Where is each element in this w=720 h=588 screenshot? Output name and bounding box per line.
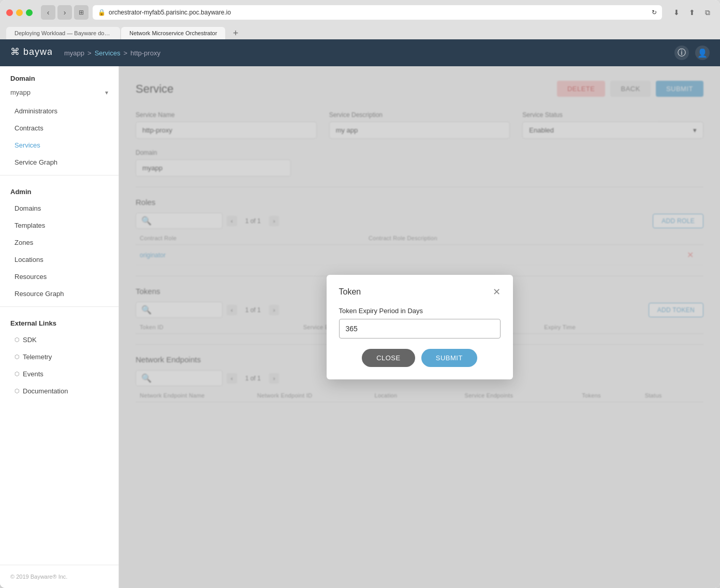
browser-action-icons: ⬇ ⬆ ⧉: [670, 6, 714, 19]
sidebar-label-domains: Domains: [14, 204, 41, 212]
share-icon[interactable]: ⬆: [686, 6, 698, 19]
logo-svg: ⌘ bayware: [10, 46, 52, 57]
sidebar-item-services[interactable]: Services: [0, 137, 119, 154]
token-expiry-input[interactable]: [339, 319, 501, 339]
external-link-icon-events: ⬡: [14, 371, 20, 377]
admin-section-header: Admin: [0, 180, 119, 200]
browser-chrome: ‹ › ⊞ 🔒 orchestrator-myfab5.parisinc.poc…: [0, 0, 720, 39]
token-modal: Token ✕ Token Expiry Period in Days CLOS…: [327, 275, 513, 379]
url-text: orchestrator-myfab5.parisinc.poc.bayware…: [109, 9, 231, 16]
sidebar-label-documentation: Documentation: [23, 387, 68, 395]
sidebar-item-events[interactable]: ⬡ Events: [0, 365, 119, 383]
modal-close-icon[interactable]: ✕: [493, 287, 501, 297]
sidebar-label-events: Events: [23, 370, 43, 378]
address-bar[interactable]: 🔒 orchestrator-myfab5.parisinc.poc.baywa…: [93, 5, 662, 20]
back-nav-button[interactable]: ‹: [41, 5, 55, 20]
sidebar-item-telemetry[interactable]: ⬡ Telemetry: [0, 348, 119, 365]
sidebar-item-domains[interactable]: Domains: [0, 200, 119, 217]
sidebar-divider-2: [0, 306, 119, 307]
breadcrumb-separator-2: >: [123, 49, 127, 57]
modal-title: Token: [339, 287, 361, 297]
sidebar-item-service-graph[interactable]: Service Graph: [0, 154, 119, 171]
sidebar-divider-1: [0, 175, 119, 175]
sidebar-label-resources: Resources: [14, 273, 47, 281]
sidebar-item-contracts[interactable]: Contracts: [0, 120, 119, 137]
domain-section-header: Domain: [0, 66, 119, 86]
external-link-icon-sdk: ⬡: [14, 336, 20, 343]
sidebar-label-contracts: Contracts: [14, 124, 43, 132]
sidebar-item-documentation[interactable]: ⬡ Documentation: [0, 383, 119, 400]
sidebar-toggle-button[interactable]: ⊞: [74, 5, 89, 20]
tab-2[interactable]: Network Microservice Orchestrator: [121, 27, 225, 39]
external-section-header: External Links: [0, 311, 119, 331]
nav-buttons: ‹ › ⊞: [41, 5, 89, 20]
app-container: ⌘ bayware myapp > Services > http-proxy …: [0, 39, 720, 588]
svg-text:⌘ bayware: ⌘ bayware: [10, 47, 52, 57]
minimize-button[interactable]: [16, 9, 23, 16]
new-tab-button[interactable]: +: [228, 27, 243, 39]
info-icon[interactable]: ⓘ: [674, 46, 689, 60]
sidebar-item-resources[interactable]: Resources: [0, 268, 119, 285]
sidebar-label-locations: Locations: [14, 256, 43, 263]
sidebar-label-administrators: Administrators: [14, 107, 57, 115]
sidebar: Domain myapp ▾ Administrators Contracts …: [0, 66, 119, 588]
external-link-icon-telemetry: ⬡: [14, 354, 20, 360]
fullscreen-icon[interactable]: ⧉: [701, 6, 714, 19]
domain-name: myapp: [10, 89, 31, 96]
external-link-icon-docs: ⬡: [14, 388, 20, 394]
forward-nav-button[interactable]: ›: [57, 5, 72, 20]
sidebar-label-resource-graph: Resource Graph: [14, 290, 64, 298]
maximize-button[interactable]: [26, 9, 33, 16]
modal-submit-button[interactable]: SUBMIT: [421, 349, 477, 367]
sidebar-label-services: Services: [14, 141, 40, 149]
browser-top-bar: ‹ › ⊞ 🔒 orchestrator-myfab5.parisinc.poc…: [6, 5, 714, 24]
close-button[interactable]: [6, 9, 13, 16]
sidebar-item-resource-graph[interactable]: Resource Graph: [0, 285, 119, 302]
browser-window: ‹ › ⊞ 🔒 orchestrator-myfab5.parisinc.poc…: [0, 0, 720, 588]
sidebar-label-service-graph: Service Graph: [14, 158, 57, 166]
sidebar-label-zones: Zones: [14, 239, 33, 246]
lock-icon: 🔒: [98, 9, 106, 16]
breadcrumb: myapp > Services > http-proxy: [64, 49, 160, 57]
domain-selector[interactable]: myapp ▾: [0, 86, 119, 102]
breadcrumb-services-link[interactable]: Services: [95, 49, 121, 57]
app-header: ⌘ bayware myapp > Services > http-proxy …: [0, 39, 720, 66]
breadcrumb-separator-1: >: [87, 49, 92, 57]
app-logo: ⌘ bayware: [10, 46, 52, 60]
refresh-icon[interactable]: ↻: [652, 9, 657, 16]
download-icon[interactable]: ⬇: [670, 6, 683, 19]
sidebar-item-zones[interactable]: Zones: [0, 234, 119, 251]
content-area: Service DELETE BACK SUBMIT Service Name …: [119, 66, 720, 588]
sidebar-label-sdk: SDK: [23, 336, 37, 344]
modal-close-button[interactable]: CLOSE: [362, 349, 415, 367]
sidebar-label-templates: Templates: [14, 222, 45, 229]
header-icons: ⓘ 👤: [674, 46, 710, 60]
modal-actions: CLOSE SUBMIT: [339, 349, 501, 367]
browser-tabs: Deploying Workload — Bayware documentati…: [6, 27, 714, 39]
sidebar-footer: © 2019 Bayware® Inc.: [0, 565, 119, 588]
traffic-lights: [6, 9, 33, 16]
breadcrumb-current: http-proxy: [130, 49, 160, 57]
sidebar-item-sdk[interactable]: ⬡ SDK: [0, 331, 119, 348]
user-icon[interactable]: 👤: [695, 46, 710, 60]
modal-input-label: Token Expiry Period in Days: [339, 307, 501, 315]
domain-arrow-icon: ▾: [105, 89, 108, 96]
sidebar-item-templates[interactable]: Templates: [0, 217, 119, 234]
sidebar-label-telemetry: Telemetry: [23, 353, 52, 361]
tab-1[interactable]: Deploying Workload — Bayware documentati…: [6, 27, 120, 39]
main-layout: Domain myapp ▾ Administrators Contracts …: [0, 66, 720, 588]
modal-overlay[interactable]: Token ✕ Token Expiry Period in Days CLOS…: [119, 66, 720, 588]
modal-header: Token ✕: [339, 287, 501, 297]
breadcrumb-root: myapp: [64, 49, 84, 57]
sidebar-item-locations[interactable]: Locations: [0, 251, 119, 268]
sidebar-item-administrators[interactable]: Administrators: [0, 102, 119, 120]
